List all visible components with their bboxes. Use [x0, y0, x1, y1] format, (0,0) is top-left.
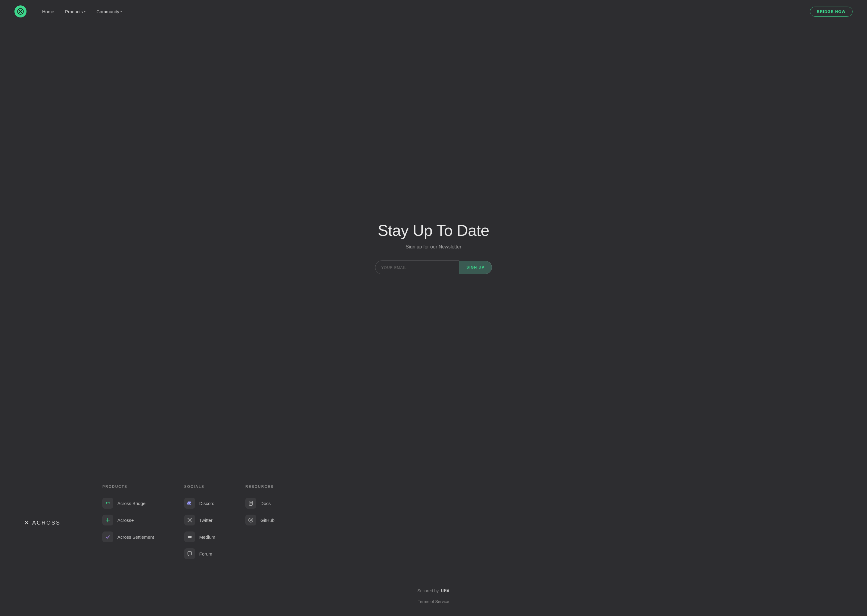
email-input[interactable] — [375, 261, 459, 274]
discord-icon — [187, 501, 192, 506]
github-icon-box — [245, 515, 256, 525]
across-bridge-label: Across Bridge — [117, 501, 145, 506]
docs-icon-box — [245, 498, 256, 509]
secured-by-label: Secured by — [417, 588, 438, 593]
docs-label: Docs — [260, 501, 271, 506]
footer-link-github[interactable]: GitHub — [245, 513, 274, 527]
across-settlement-label: Across Settlement — [117, 534, 154, 540]
community-chevron-icon: ▾ — [120, 10, 122, 13]
footer-link-discord[interactable]: Discord — [184, 496, 215, 511]
bridge-icon-box — [102, 498, 113, 509]
footer-link-forum[interactable]: Forum — [184, 547, 215, 561]
check-icon — [105, 534, 110, 540]
svg-point-10 — [191, 536, 192, 538]
footer-products-links: Across Bridge Across+ — [102, 496, 154, 544]
forum-label: Forum — [199, 552, 212, 556]
bridge-icon — [105, 501, 110, 506]
footer-brand: ✕ ACROSS — [24, 484, 78, 561]
main-section: Stay Up To Date Sign up for our Newslett… — [0, 23, 867, 467]
forum-icon-box — [184, 548, 195, 559]
footer-link-across-bridge[interactable]: Across Bridge — [102, 496, 154, 511]
footer-x-icon: ✕ — [24, 519, 29, 526]
medium-label: Medium — [199, 534, 215, 540]
signup-button[interactable]: SIGN UP — [459, 261, 492, 274]
svg-point-9 — [190, 536, 191, 538]
footer-columns: PRODUCTS Across Bridge — [102, 484, 843, 561]
footer-link-across-settlement[interactable]: Across Settlement — [102, 530, 154, 544]
nav-links: Home Products ▾ Community ▾ — [39, 7, 810, 16]
across-plus-label: Across+ — [117, 518, 134, 523]
bridge-now-button[interactable]: BRIDGE NOW — [810, 6, 853, 17]
github-icon — [248, 517, 254, 523]
footer-socials-heading: SOCIALS — [184, 484, 215, 489]
logo-icon — [14, 5, 27, 17]
hero-title: Stay Up To Date — [378, 222, 489, 239]
terms-of-service-link[interactable]: Terms of Service — [418, 599, 449, 604]
secured-by-text: Secured by UMA — [417, 588, 449, 593]
discord-icon-box — [184, 498, 195, 509]
footer-link-twitter[interactable]: Twitter — [184, 513, 215, 527]
medium-icon — [187, 534, 192, 540]
plus-icon — [105, 517, 110, 523]
footer-link-docs[interactable]: Docs — [245, 496, 274, 511]
footer-products-col: PRODUCTS Across Bridge — [102, 484, 154, 561]
footer-resources-heading: RESOURCES — [245, 484, 274, 489]
footer-top: ✕ ACROSS PRODUCTS — [24, 484, 843, 579]
footer-resource-links: Docs GitHub — [245, 496, 274, 527]
twitter-label: Twitter — [199, 518, 213, 523]
github-label: GitHub — [260, 518, 274, 523]
docs-icon — [248, 501, 254, 506]
hero-subtitle: Sign up for our Newsletter — [406, 244, 462, 250]
footer-bottom: Secured by UMA Terms of Service — [24, 579, 843, 604]
uma-logo: UMA — [441, 588, 449, 593]
footer-social-links: Discord Twitter — [184, 496, 215, 561]
plus-icon-box — [102, 515, 113, 525]
nav-home[interactable]: Home — [39, 7, 58, 16]
footer-link-across-plus[interactable]: Across+ — [102, 513, 154, 527]
footer-products-heading: PRODUCTS — [102, 484, 154, 489]
twitter-icon-box — [184, 515, 195, 525]
check-icon-box — [102, 531, 113, 542]
footer-resources-col: RESOURCES Docs — [245, 484, 274, 561]
nav-community[interactable]: Community ▾ — [93, 7, 126, 16]
svg-point-16 — [250, 519, 252, 520]
footer-socials-col: SOCIALS Discord — [184, 484, 215, 561]
navbar: Home Products ▾ Community ▾ BRIDGE NOW — [0, 0, 867, 23]
discord-label: Discord — [199, 501, 214, 506]
svg-point-8 — [188, 536, 190, 538]
footer-link-medium[interactable]: Medium — [184, 530, 215, 544]
twitter-icon — [187, 517, 192, 523]
newsletter-form: SIGN UP — [375, 261, 492, 274]
forum-icon — [187, 551, 192, 556]
footer-brand-name: ACROSS — [32, 520, 60, 526]
medium-icon-box — [184, 531, 195, 542]
nav-products[interactable]: Products ▾ — [61, 7, 89, 16]
footer: ✕ ACROSS PRODUCTS — [0, 467, 867, 616]
products-chevron-icon: ▾ — [84, 10, 85, 13]
nav-logo[interactable] — [14, 5, 27, 17]
